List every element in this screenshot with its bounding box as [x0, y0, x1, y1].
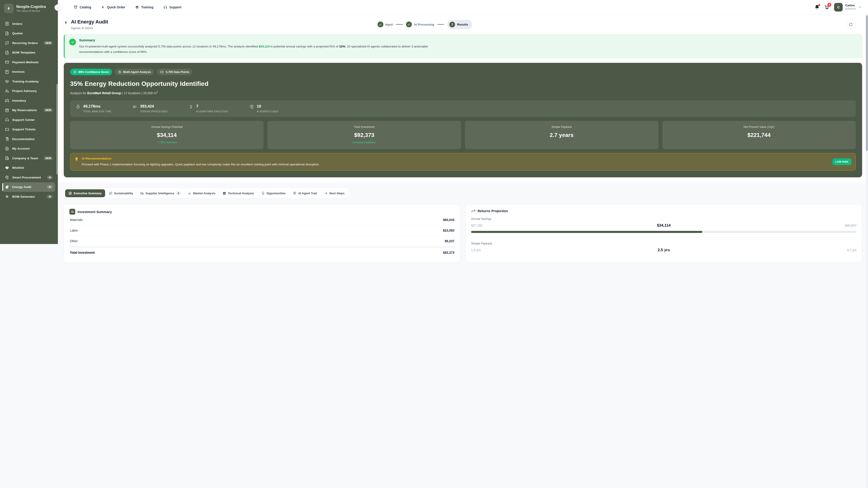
sidebar-item-wishlist[interactable]: Wishlist [2, 163, 55, 173]
step-ai-processing: AI Processing [406, 22, 434, 27]
hero-subtitle: Analysis for EuroMart Retail Group | 12 … [70, 90, 434, 95]
sidebar-item-inventory[interactable]: Inventory [2, 96, 55, 105]
metric-cards: Annual Savings Potential $34,114 35% red… [70, 121, 434, 149]
tab-executive-summary[interactable]: Executive Summary [65, 189, 105, 197]
file-dollar-icon [5, 31, 9, 35]
card-title: Investment Summary [78, 210, 112, 214]
code-icon: {} [160, 70, 164, 74]
step-connector [396, 24, 403, 25]
sidebar-item-project-advisory[interactable]: Project Advisory [2, 86, 55, 96]
sidebar-item-invoices[interactable]: Invoices [2, 67, 55, 77]
topbar: Catalog Quick Order Training Support 0 C… [58, 0, 434, 14]
tab-market-analysis[interactable]: Market Analysis [184, 189, 219, 197]
ticket-icon [5, 127, 9, 131]
new-badge: NEW [43, 108, 53, 112]
brand: Nexgile-Cognitra The Value of Service [0, 0, 58, 17]
recommendation-text: Proceed with Phase 1 implementation focu… [82, 162, 320, 167]
tab-opportunities[interactable]: Opportunities [258, 189, 289, 197]
sidebar-item-quotes[interactable]: Quotes [2, 29, 55, 38]
sidebar-item-support-tickets[interactable]: Support Tickets [2, 125, 55, 134]
stat-analysis-time: 49,178ms TOTAL ANALYSIS TIME [76, 104, 112, 113]
analysis-stats: 49,178ms TOTAL ANALYSIS TIME 393,424 TOK… [70, 100, 434, 117]
lightbulb-icon [261, 192, 265, 195]
bot-icon [118, 70, 121, 74]
tab-next-steps[interactable]: Next Steps [321, 189, 348, 197]
tab-sustainability[interactable]: Sustainability [105, 189, 137, 197]
table-row: Materials $60,043 [69, 215, 434, 225]
sidebar-scrollbar[interactable] [57, 84, 58, 174]
ai-recommendation-banner: AI Recommendation: Proceed with Phase 1 … [70, 153, 434, 170]
summary-title: Summary [79, 38, 432, 42]
nav-catalog[interactable]: Catalog [74, 5, 91, 9]
processor-arcs-icon [133, 105, 137, 109]
sidebar-collapse-button[interactable]: ‹ [55, 4, 61, 11]
metric-annual-savings: Annual Savings Potential $34,114 35% red… [70, 121, 264, 149]
nav-quick-order[interactable]: Quick Order [101, 5, 125, 9]
check-icon [377, 22, 383, 27]
sidebar-item-training-academy[interactable]: Training Academy [2, 76, 55, 86]
sidebar-item-bom-generator[interactable]: BOM Generator AI [2, 192, 55, 201]
nav-training[interactable]: Training [135, 5, 153, 9]
stepper: Input AI Processing 3 Results [377, 20, 434, 29]
page-subtitle: Agentic AI Demo [71, 26, 108, 30]
banknote-icon [69, 209, 75, 215]
arrow-right-icon [324, 192, 328, 195]
sigma-icon [189, 105, 193, 109]
warehouse-icon [5, 98, 9, 103]
tab-technical-analysis[interactable]: Technical Analysis [219, 189, 257, 197]
trending-up-icon [157, 141, 159, 144]
sidebar-item-recurring-orders[interactable]: Recurring Orders NEW [2, 38, 55, 48]
results-hero-card: 89% Confidence Score Multi-Agent Analysi… [64, 63, 434, 177]
headset-icon [5, 118, 9, 122]
top-nav: Catalog Quick Order Training Support [74, 5, 181, 9]
brand-name: Nexgile-Cognitra [16, 5, 46, 9]
company-name: EuroMart Retail Group [87, 91, 121, 95]
brand-logo [4, 4, 13, 13]
nav-support[interactable]: Support [163, 5, 182, 9]
stat-algorithms: 7 ALGORITHMS EXECUTED [189, 104, 228, 113]
brand-tagline: The Value of Service [16, 9, 46, 12]
sidebar-item-smart-procurement[interactable]: Smart Procurement AI [2, 173, 55, 182]
sidebar-item-documentation[interactable]: Documentation [2, 134, 55, 144]
new-badge: NEW [43, 41, 53, 45]
table-row: Labor $23,093 [69, 225, 434, 236]
map-pin-icon [293, 192, 296, 195]
sidebar-item-support-center[interactable]: Support Center [2, 115, 55, 125]
layout-grid-icon [68, 192, 72, 195]
savings-highlight: $34,114 [258, 45, 270, 48]
graduation-cap-icon [135, 5, 139, 9]
tab-supplier-intelligence[interactable]: Supplier Intelligence 3 [137, 189, 184, 197]
summary-banner: Summary Our AI-powered multi-agent syste… [64, 34, 434, 58]
sidebar-item-energy-audit[interactable]: Energy Audit AI [2, 182, 55, 192]
hero-title: 35% Energy Reduction Opportunity Identif… [70, 80, 434, 88]
sidebar-item-bom-templates[interactable]: BOM Templates [2, 48, 55, 58]
tab-ai-agent-trail[interactable]: AI Agent Trail [289, 189, 320, 197]
tab-count-badge: 3 [176, 191, 181, 195]
invoice-icon [5, 70, 9, 74]
sidebar-nav: Orders Quotes Recurring Orders NEW BOM T… [0, 17, 58, 201]
lightbulb-icon [74, 157, 79, 161]
leaf-icon [109, 192, 112, 195]
user-helmet-icon [5, 89, 9, 93]
sidebar-item-my-account[interactable]: My Account [2, 144, 55, 154]
sidebar-item-my-reservations[interactable]: My Reservations NEW [2, 105, 55, 115]
page-header: AI Energy Audit Agentic AI Demo Input AI… [58, 14, 434, 32]
summary-text: Our AI-powered multi-agent system succes… [79, 44, 432, 55]
sidebar: Nexgile-Cognitra The Value of Service ‹ … [0, 0, 58, 244]
badge-check-icon [73, 70, 76, 74]
hub-icon [5, 195, 9, 199]
truck-icon [141, 192, 144, 195]
ai-badge: AI [47, 185, 53, 189]
graduation-cap-icon [5, 79, 9, 84]
check-circle-icon [69, 39, 76, 45]
page-title: AI Energy Audit [71, 19, 108, 25]
repeat-icon [5, 41, 9, 45]
sidebar-item-orders[interactable]: Orders [2, 19, 55, 29]
new-badge: NEW [43, 156, 53, 160]
sidebar-item-payment-methods[interactable]: Payment Methods [2, 57, 55, 67]
metric-total-investment: Total Investment $92,373 Including insta… [268, 121, 434, 149]
bolt-icon [101, 5, 105, 9]
main-content: AI Energy Audit Agentic AI Demo Input AI… [58, 14, 434, 244]
sidebar-item-company-team[interactable]: Company & Team NEW [2, 153, 55, 163]
step-input: Input [377, 22, 393, 27]
